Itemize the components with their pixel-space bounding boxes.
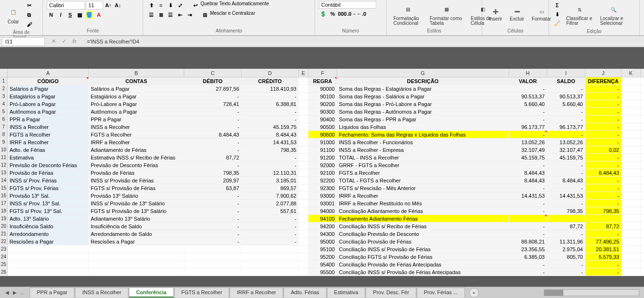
valor-cell[interactable]: - [509, 207, 547, 214]
cell[interactable] [622, 100, 641, 107]
valor-cell[interactable]: - [509, 116, 547, 123]
regra-cell[interactable]: 94200 [308, 223, 337, 230]
row-header[interactable]: 5 [0, 108, 8, 115]
diferenca-cell[interactable]: - [585, 131, 622, 138]
saldo-cell[interactable]: - [547, 169, 585, 176]
cell[interactable] [299, 200, 308, 207]
font-size-select[interactable] [86, 1, 103, 10]
valor-cell[interactable]: - [509, 184, 547, 192]
descricao-cell[interactable]: Soma das Regras - Estagiários a Pagar [337, 85, 509, 92]
valor-cell[interactable]: 8.484,43 [509, 177, 547, 184]
indent-increase-icon[interactable]: ⇥ [185, 11, 194, 19]
contas-cell[interactable]: Arredondamento de Saldo [89, 230, 184, 237]
debito-cell[interactable]: - [184, 123, 242, 130]
saldo-cell[interactable]: - [547, 161, 585, 169]
descricao-cell[interactable]: Soma das Regras - Autônomos a Pagar [337, 108, 509, 115]
contas-cell[interactable]: FGTS a Recolher [89, 131, 184, 138]
column-header-c[interactable]: C [184, 69, 242, 77]
valor-cell[interactable]: - [509, 131, 547, 138]
codigo-cell[interactable]: PPR a Pagar [8, 116, 89, 123]
cell[interactable] [622, 85, 641, 92]
saldo-cell[interactable]: - [547, 184, 585, 192]
codigo-cell[interactable]: Insuficiência Saldo [8, 223, 89, 230]
codigo-cell[interactable]: FGTS s/ Prov. Férias [8, 184, 89, 192]
descricao-cell[interactable]: FGTS a Recolher [337, 169, 509, 176]
tab-nav-ellipsis[interactable]: ... [19, 290, 26, 295]
codigo-cell[interactable]: Rescisões a Pagar [8, 238, 89, 245]
cell[interactable] [299, 177, 308, 184]
cell[interactable] [184, 268, 242, 276]
diferenca-cell[interactable]: - [585, 116, 622, 123]
align-top-icon[interactable]: ⬆ [147, 1, 156, 10]
codigo-cell[interactable]: Estimativa [8, 154, 89, 161]
column-header-a[interactable]: A [8, 69, 89, 77]
saldo-cell[interactable]: - [547, 85, 585, 92]
row-header[interactable]: 10 [0, 146, 8, 153]
credito-cell[interactable]: 869,57 [242, 184, 299, 192]
find-select-button[interactable]: 🔍 Localizar e Selecionar [597, 2, 629, 27]
debito-cell[interactable]: - [184, 108, 242, 115]
valor-cell[interactable]: 13.052,26 [509, 138, 547, 146]
cell[interactable] [622, 238, 641, 245]
saldo-cell[interactable]: 90.513,37 [547, 93, 585, 100]
debito-cell[interactable]: - [184, 138, 242, 146]
saldo-cell[interactable]: - [547, 131, 585, 138]
cut-icon[interactable]: ✂ [25, 1, 33, 10]
descricao-cell[interactable]: IRRF a Recolher [337, 192, 509, 199]
diferenca-cell[interactable]: - [585, 161, 622, 169]
regra-cell[interactable]: 90100 [308, 93, 337, 100]
descricao-cell[interactable]: INSS a Recolher - Funcionários [337, 138, 509, 146]
diferenca-cell[interactable]: 20.381,51 [585, 245, 622, 253]
cell[interactable] [184, 261, 242, 268]
credito-cell[interactable]: 12.110,31 [242, 169, 299, 176]
sheet-tab[interactable]: IRRF a Recolher [230, 287, 283, 298]
regra-cell[interactable]: 92000 [308, 161, 337, 169]
cell[interactable] [622, 154, 641, 161]
codigo-cell[interactable]: FGTS s/ Prov. 13º Sal. [8, 207, 89, 214]
regra-cell[interactable]: 93000 [308, 192, 337, 199]
regra-cell[interactable]: 92200 [308, 177, 337, 184]
contas-cell[interactable]: INSS a Recolher [89, 123, 184, 130]
column-header-d[interactable]: D [242, 69, 299, 77]
cell[interactable] [622, 230, 641, 237]
contas-cell[interactable]: Provisão de Férias [89, 169, 184, 176]
credito-cell[interactable]: - [242, 238, 299, 245]
descricao-cell[interactable]: GRRF - FGTS a Recolher [337, 161, 509, 169]
sheet-tab[interactable]: FGTS a Recolher [174, 287, 230, 298]
align-left-icon[interactable]: ☰ [147, 11, 156, 19]
cell[interactable] [622, 261, 641, 268]
codigo-cell[interactable]: FGTS a Recolher [8, 131, 89, 138]
cell[interactable] [622, 192, 641, 199]
saldo-cell[interactable]: - [547, 116, 585, 123]
underline-button[interactable]: S [66, 11, 74, 19]
cell[interactable] [299, 192, 308, 199]
codigo-cell[interactable]: INSS s/ Prov. Férias [8, 177, 89, 184]
saldo-cell[interactable]: 13.052,26 [547, 138, 585, 146]
copy-icon[interactable]: ⧉ [25, 11, 33, 19]
codigo-cell[interactable]: IRRF a Recolher [8, 138, 89, 146]
credito-cell[interactable]: - [242, 215, 299, 222]
indent-decrease-icon[interactable]: ⇤ [176, 11, 184, 19]
formula-input[interactable]: ='INSS a Recolher'!D4 [83, 38, 644, 45]
column-header-i[interactable]: I [547, 69, 585, 77]
debito-cell[interactable]: 8.484,43 [184, 131, 242, 138]
debito-cell[interactable]: - [184, 200, 242, 207]
row-header[interactable]: 23 [0, 245, 8, 253]
cell[interactable] [299, 77, 308, 85]
fill-icon[interactable]: ⬇ [553, 10, 561, 19]
descricao-cell[interactable]: Conciliação FGTS s/ Provisão de Férias [337, 253, 509, 260]
contas-cell[interactable]: Autônomos a Pagar [89, 108, 184, 115]
row-header[interactable]: 7 [0, 123, 8, 130]
valor-cell[interactable]: 6.385,03 [509, 253, 547, 260]
diferenca-cell[interactable]: - [585, 230, 622, 237]
codigo-cell[interactable]: Autônomos a Pagar [8, 108, 89, 115]
descricao-cell[interactable]: Conciliação Provisão de Férias Antecipad… [337, 261, 509, 268]
debito-cell[interactable]: - [184, 238, 242, 245]
conditional-format-button[interactable]: ▤ Formatação Condicional [391, 2, 425, 27]
cell[interactable] [89, 253, 184, 260]
contas-cell[interactable]: FGTS s/ Provisão de Férias [89, 184, 184, 192]
row-header[interactable]: 21 [0, 230, 8, 237]
cancel-formula-icon[interactable]: ✕ [50, 38, 57, 44]
credito-cell[interactable]: - [242, 161, 299, 169]
saldo-cell[interactable] [547, 215, 585, 222]
